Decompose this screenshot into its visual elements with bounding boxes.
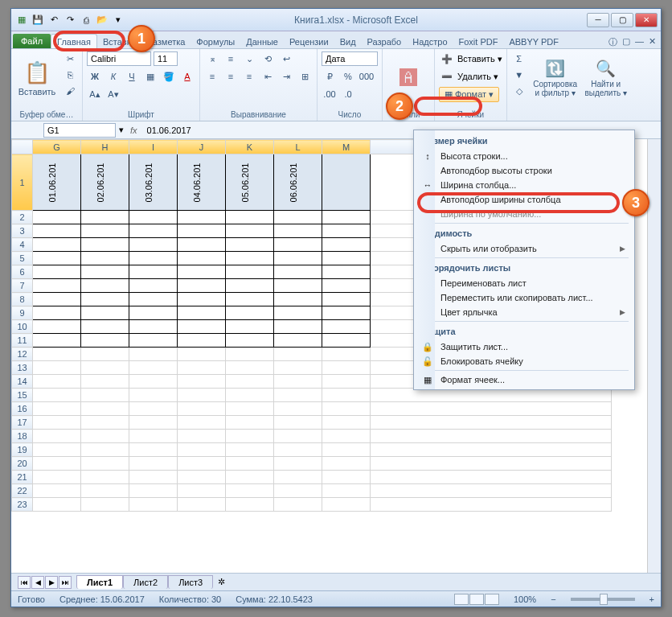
cell[interactable] [226,265,274,279]
sheet-nav-next-icon[interactable]: ▶ [45,576,58,589]
cell[interactable] [178,402,226,416]
cell[interactable] [274,320,322,334]
menu-protect-sheet[interactable]: 🔒Защитить лист... [416,339,632,354]
decrease-decimal-icon[interactable]: .0 [340,87,356,101]
cell[interactable] [129,457,178,471]
cell[interactable] [274,279,322,293]
col-header[interactable]: M [322,140,371,154]
cell[interactable] [178,334,226,348]
row-header[interactable]: 4 [12,238,33,252]
font-name-combo[interactable]: Calibri [87,51,151,66]
cell[interactable] [33,224,81,238]
cell[interactable] [371,402,612,416]
cell[interactable] [274,293,322,306]
cell[interactable] [322,348,371,361]
align-middle-icon[interactable]: ≡ [223,51,239,66]
cell[interactable] [226,471,274,484]
cell[interactable] [81,484,129,498]
cell[interactable] [178,375,226,389]
grow-font-icon[interactable]: A▴ [87,87,103,101]
row-header[interactable]: 18 [12,430,33,443]
cell[interactable] [129,238,178,252]
cell[interactable] [129,306,178,320]
cell[interactable] [226,443,274,457]
cell[interactable] [178,348,226,361]
cell[interactable] [322,154,371,211]
cell[interactable] [226,211,274,224]
cell[interactable] [274,457,322,471]
row-header[interactable]: 15 [12,389,33,402]
cell[interactable] [178,293,226,306]
cell[interactable] [129,498,178,512]
cell[interactable] [129,416,178,430]
number-format-combo[interactable]: Дата [322,51,378,66]
tab-addins[interactable]: Надстро [407,35,453,48]
cell[interactable] [178,306,226,320]
cell[interactable] [33,443,81,457]
sheet-tab[interactable]: Лист2 [123,575,168,589]
fill-icon[interactable]: ▼ [511,68,527,82]
cell[interactable] [81,265,129,279]
cell[interactable] [33,361,81,375]
cell[interactable] [178,238,226,252]
cell[interactable] [322,443,371,457]
cell[interactable] [371,457,612,471]
sheet-nav-prev-icon[interactable]: ◀ [31,576,44,589]
menu-hide-unhide[interactable]: Скрыть или отобразить▶ [416,241,632,256]
cell[interactable] [178,457,226,471]
cell[interactable] [178,279,226,293]
minimize-button[interactable]: ─ [587,13,609,27]
cell[interactable] [33,279,81,293]
cell[interactable] [129,443,178,457]
cell[interactable] [371,416,612,430]
currency-icon[interactable]: ₽ [322,69,338,84]
minimize-ribbon-icon[interactable]: ▢ [622,36,630,48]
row-header[interactable]: 9 [12,306,33,320]
cell[interactable] [33,334,81,348]
cell[interactable] [322,402,371,416]
font-size-combo[interactable]: 11 [154,51,178,66]
cell[interactable] [129,320,178,334]
cell[interactable] [81,416,129,430]
cell[interactable] [274,252,322,265]
cell[interactable] [274,375,322,389]
cell[interactable]: 02.06.201 [81,154,129,211]
cell[interactable]: 06.06.201 [274,154,322,211]
open-icon[interactable]: 📂 [95,13,109,27]
indent-dec-icon[interactable]: ⇤ [260,69,276,84]
cell[interactable] [81,443,129,457]
cell[interactable] [274,224,322,238]
autosum-icon[interactable]: Σ [511,51,527,66]
cell[interactable] [178,389,226,402]
cell[interactable] [322,416,371,430]
col-header[interactable]: I [129,140,178,154]
cell[interactable] [274,402,322,416]
cell[interactable] [129,334,178,348]
align-bottom-icon[interactable]: ⌄ [241,51,257,66]
cell[interactable] [322,252,371,265]
col-header[interactable]: G [33,140,81,154]
cell[interactable] [81,402,129,416]
cell[interactable] [322,471,371,484]
row-header[interactable]: 19 [12,443,33,457]
cell[interactable] [274,306,322,320]
copy-icon[interactable]: ⎘ [62,68,78,82]
cell[interactable] [33,293,81,306]
cell[interactable] [81,211,129,224]
row-header[interactable]: 21 [12,471,33,484]
fx-icon[interactable]: fx [124,125,144,135]
cell[interactable] [129,279,178,293]
cell[interactable] [33,252,81,265]
save-icon[interactable]: 💾 [31,13,45,27]
cell[interactable] [81,224,129,238]
cell[interactable] [178,471,226,484]
comma-icon[interactable]: 000 [359,69,375,84]
cell[interactable] [274,443,322,457]
cell[interactable] [274,211,322,224]
cell[interactable] [81,471,129,484]
cell[interactable] [81,293,129,306]
cell[interactable] [129,402,178,416]
cell[interactable] [178,211,226,224]
cell[interactable] [371,471,612,484]
cell[interactable] [226,484,274,498]
